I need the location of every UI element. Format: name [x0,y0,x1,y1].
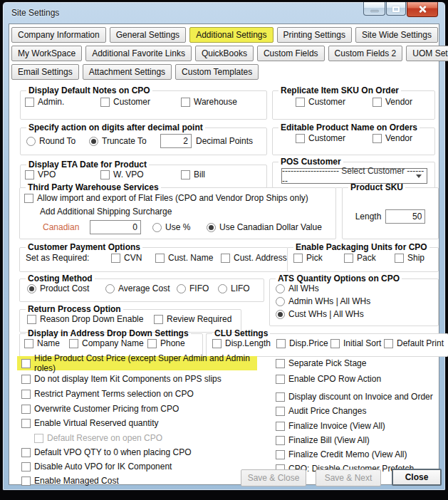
radio-average-cost[interactable]: Average Cost [105,283,177,293]
radio-all-whs[interactable]: All WHs [276,283,319,293]
checkbox-cvn[interactable]: CVN [111,253,155,263]
checkbox-finalize-invoice[interactable]: Finalize Invoice (View All) [271,419,385,433]
tab-my-workspace[interactable]: My WorkSpace [11,46,82,61]
close-button[interactable] [407,2,438,17]
checkbox-default-print[interactable]: Default Print [384,338,444,348]
checkbox-icon [296,98,305,107]
checkbox-disp-length[interactable]: Disp.Length [212,338,276,348]
checkbox-label: Finalize Invoice (View All) [288,421,385,431]
radio-icon [177,284,186,293]
checkbox-replicate-customer[interactable]: Customer [296,97,373,107]
checkbox-icon [21,405,31,414]
checkbox-icon [147,339,157,348]
radio-product-cost[interactable]: Product Cost [27,283,105,293]
checkbox-restrict-payment-terms[interactable]: Restrict Payment Terms selection on CPO [17,387,194,401]
tab-additional-settings[interactable]: Additional Settings [189,27,273,43]
checkbox-initial-sort[interactable]: Initial Sort [330,338,384,348]
radio-use-percent[interactable]: Use % [152,222,207,232]
checkbox-label: Default Reserve on open CPO [47,433,162,443]
checkbox-enable-virtual-reserved-qty[interactable]: Enable Virtual Reserved quantity [17,416,159,430]
tab-custom-templates[interactable]: Custom Templates [175,64,259,80]
close-dialog-button[interactable]: Close [392,469,442,486]
checkbox-disable-auto-vpo-ik[interactable]: Disable Auto VPO for IK Component [17,459,172,474]
checkbox-icon [276,392,285,402]
checkbox-notes-warehouse[interactable]: Warehouse [181,97,237,107]
checkbox-ship[interactable]: Ship [395,253,424,263]
radio-icon [152,223,162,232]
checkbox-finalize-credit-memo[interactable]: Finalize Credit Memo (View All) [271,447,407,462]
tab-general-settings[interactable]: General Settings [110,27,186,43]
radio-admin-whs-all-whs[interactable]: Admin WHs | All WHs [276,296,370,306]
checkbox-icon [27,315,36,324]
tab-printing-settings[interactable]: Printing Settings [277,27,352,43]
checkbox-eta-w-vpo[interactable]: W. VPO [100,170,181,179]
checkbox-hide-product-cost-price[interactable]: Hide Product Cost Price (except Super Ad… [17,356,257,370]
checkbox-phone[interactable]: Phone [147,338,185,348]
decimal-points-input[interactable] [160,134,192,148]
save-next-button[interactable]: Save & Next [316,469,381,486]
checkbox-enable-cpo-row-action[interactable]: Enable CPO Row Action [271,372,381,386]
checkbox-pick[interactable]: Pick [293,253,344,263]
checkbox-icon [384,339,393,348]
group-decimal-action: Specify action on digits after decimal p… [20,123,267,155]
checkbox-notes-admin[interactable]: Admin. [25,97,100,107]
checkbox-display-discount-invoice-order[interactable]: Display discount on Invoice and Order [271,390,433,404]
radio-icon [276,310,285,319]
checkbox-icon [25,170,34,179]
minimize-button[interactable] [363,2,385,16]
checkbox-review-required[interactable]: Review Required [154,314,231,324]
checkbox-enable-managed-cost[interactable]: Enable Managed Cost [17,474,119,488]
radio-fifo[interactable]: FIFO [177,283,218,293]
tab-custom-fields-2[interactable]: Custom Fields 2 [328,46,403,61]
checkbox-eta-bill[interactable]: Bill [181,170,205,179]
checkbox-cust-name[interactable]: Cust. Name [155,253,221,263]
checkbox-allow-flat-files[interactable]: Allow import and export of Flat Files (C… [24,193,308,203]
radio-use-canadian-dollar[interactable]: Use Canadian Dollar Value [207,222,322,232]
checkbox-replicate-vendor[interactable]: Vendor [373,97,412,107]
checkbox-finalize-bill[interactable]: Finalize Bill (View All) [271,433,370,447]
sku-length-input[interactable] [385,209,425,224]
maximize-button[interactable] [386,2,406,16]
checkbox-label: VPO [38,170,56,179]
save-close-button[interactable]: Save & Close [241,469,306,486]
checkbox-name[interactable]: Name [24,338,69,348]
title-bar[interactable]: Site Settings [3,2,445,24]
checkbox-label: Disp.Price [289,338,328,348]
checkbox-company-name[interactable]: Company Name [69,338,147,348]
radio-label: Truncate To [102,136,147,146]
checkbox-default-vpo-qty-zero[interactable]: Default VPO QTY to 0 when placing CPO [17,445,192,459]
checkbox-no-item-kit-components-pps[interactable]: Do not display Item Kit Components on PP… [17,372,222,386]
radio-lifo[interactable]: LIFO [218,283,250,293]
checkbox-disp-price[interactable]: Disp.Price [276,338,330,348]
radio-truncate-to[interactable]: Truncate To [89,136,160,146]
checkbox-eta-vpo[interactable]: VPO [25,170,100,179]
group-title: Return Process Option [26,304,123,314]
radio-round-to[interactable]: Round To [26,136,89,146]
tab-email-settings[interactable]: Email Settings [11,64,79,80]
checkbox-reason-dropdown-enable[interactable]: Reason Drop Down Enable [27,314,154,324]
checkbox-editable-vendor[interactable]: Vendor [373,133,412,143]
tab-quickbooks[interactable]: QuickBooks [195,46,254,61]
checkbox-editable-customer[interactable]: Customer [296,133,373,143]
tab-attachment-settings[interactable]: Attachment Settings [83,64,172,80]
pos-customer-select[interactable]: -------------------- Select Customer ---… [281,168,427,184]
canadian-surcharge-input[interactable] [90,220,141,234]
tab-site-wide-settings[interactable]: Site Wide Settings [355,27,438,43]
group-title: Display Default Notes on CPO [26,85,152,95]
checkbox-separate-pick-stage[interactable]: Separate Pick Stage [271,356,366,370]
checkbox-overwrite-customer-pricing[interactable]: Overwrite Customer Pricing from CPO [17,402,179,416]
checkbox-audit-price-changes[interactable]: Audit Price Changes [271,404,366,418]
checkbox-label: Separate Pick Stage [288,358,366,368]
radio-label: Use Canadian Dollar Value [219,222,322,232]
tab-uom-settings[interactable]: UOM Settings [406,46,448,61]
group-third-party-warehouse: Third Party Warehouse Services Allow imp… [19,182,336,239]
checkbox-notes-customer[interactable]: Customer [100,97,181,107]
tab-custom-fields[interactable]: Custom Fields [257,46,325,61]
tab-additional-favorite-links[interactable]: Additional Favorite Links [85,46,192,61]
group-title: Editable Product Name on Orders [278,123,420,132]
radio-cust-whs-all-whs[interactable]: Cust WHs | All WHs [276,309,364,319]
tab-company-information[interactable]: Company Information [11,27,106,43]
checkbox-label: Default VPO QTY to 0 when placing CPO [34,447,192,457]
checkbox-pack[interactable]: Pack [344,253,395,263]
checkbox-cust-address[interactable]: Cust. Address [221,253,287,263]
